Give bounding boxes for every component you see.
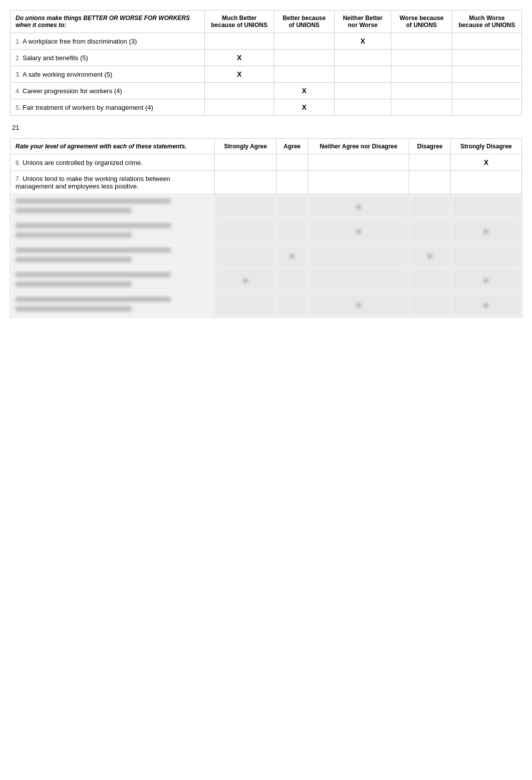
table-cell [335,66,391,83]
row-label: 6.Unions are controlled by organized cri… [11,154,215,171]
table-cell [391,33,452,50]
row-number: 4. [16,88,21,95]
table-cell [308,268,409,293]
col-strongly-agree: Strongly Agree [215,139,277,154]
row-label [11,219,215,244]
response-marker: X [360,37,365,45]
table-cell [276,171,308,194]
response-marker: X [302,87,306,95]
table-cell: X [204,50,274,66]
table-row [11,293,522,317]
table-cell [276,194,308,219]
table-row: 3.A safe working environment (5)X [11,66,522,83]
row-label: 1.A workplace free from discrimination (… [11,33,205,50]
col-strongly-disagree: Strongly Disagree [450,139,521,154]
table-cell [409,293,450,317]
table-cell [391,66,452,83]
table-cell [215,219,277,244]
row-label: 7.Unions tend to make the working relati… [11,171,215,194]
table-cell [452,99,521,116]
col-better: Better because of UNIONS [274,11,335,33]
table-cell [452,83,521,99]
table-row: 4.Career progression for workers (4)X [11,83,522,99]
row-label [11,244,215,268]
table-cell [409,219,450,244]
table-cell [391,99,452,116]
table-cell [204,33,274,50]
table-row: 1.A workplace free from discrimination (… [11,33,522,50]
table-cell [276,293,308,317]
response-marker: X [237,70,241,78]
row-number: 6. [16,159,21,166]
response-marker: X [484,158,488,166]
row-label: 4.Career progression for workers (4) [11,83,205,99]
table-cell [409,194,450,219]
row-label: 3.A safe working environment (5) [11,66,205,83]
table-cell [274,33,335,50]
row-label [11,293,215,317]
col-much-better: Much Better because of UNIONS [204,11,274,33]
row-label: 2.Salary and benefits (5) [11,50,205,66]
table-cell [276,244,308,268]
table-cell: X [274,99,335,116]
table-cell [215,268,277,293]
response-marker: X [237,54,241,62]
table-cell [450,171,521,194]
table-cell [308,154,409,171]
table-cell [452,66,521,83]
table-cell [452,50,521,66]
table-cell [274,50,335,66]
table-cell [335,83,391,99]
table-row: 7.Unions tend to make the working relati… [11,171,522,194]
col-much-worse: Much Worse because of UNIONS [452,11,521,33]
table-cell [450,194,521,219]
table-cell [335,50,391,66]
table-cell [308,293,409,317]
row-label [11,194,215,219]
table-cell [450,244,521,268]
table-cell [452,33,521,50]
table-cell [276,154,308,171]
table2-question-header: Rate your level of agreement with each o… [11,139,215,154]
table-cell [215,293,277,317]
table-row [11,268,522,293]
table-row: 6.Unions are controlled by organized cri… [11,154,522,171]
section-table2: Rate your level of agreement with each o… [10,138,522,317]
table-cell [215,194,277,219]
table-cell [391,83,452,99]
table-cell [276,219,308,244]
table-cell: X [204,66,274,83]
table-cell [409,244,450,268]
table-cell [308,194,409,219]
response-marker: X [302,103,306,111]
col-neither: Neither Better nor Worse [335,11,391,33]
table-cell [450,268,521,293]
row-label: 5.Fair treatment of workers by managemen… [11,99,205,116]
table-cell [409,268,450,293]
table-cell [215,244,277,268]
col-disagree: Disagree [409,139,450,154]
table-cell [274,66,335,83]
table-cell [308,219,409,244]
col-neither-agree: Neither Agree nor Disagree [308,139,409,154]
table-cell [450,219,521,244]
row-label [11,268,215,293]
table-cell [215,154,277,171]
table-cell [215,171,277,194]
table-cell [204,83,274,99]
row-number: 5. [16,104,21,111]
row-number: 1. [16,38,21,45]
col-agree: Agree [276,139,308,154]
table-cell [335,99,391,116]
col-worse: Worse because of UNIONS [391,11,452,33]
row-number: 3. [16,71,21,78]
table-cell [276,268,308,293]
table-cell [409,171,450,194]
table-row: 5.Fair treatment of workers by managemen… [11,99,522,116]
page-number: 21 [12,124,522,131]
table-cell [409,154,450,171]
table-cell [204,99,274,116]
agreement-table: Rate your level of agreement with each o… [10,138,522,317]
row-number: 7. [16,175,21,182]
table-cell [308,244,409,268]
